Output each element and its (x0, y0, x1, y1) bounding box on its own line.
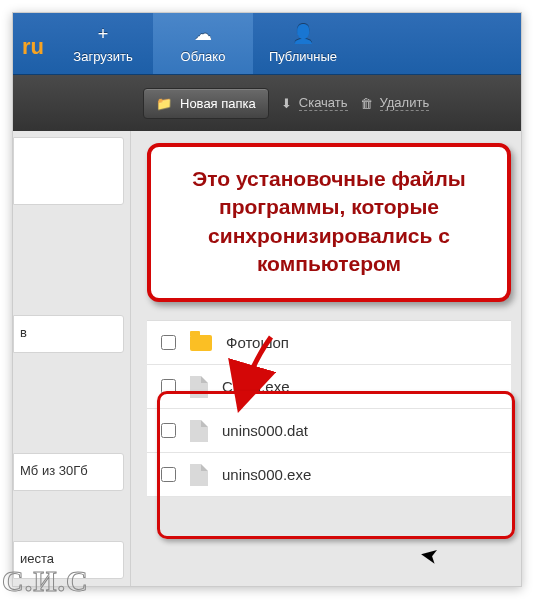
download-icon: ⬇ (281, 96, 292, 111)
nav-upload-label: Загрузить (73, 49, 132, 64)
row-checkbox[interactable] (161, 335, 176, 350)
sidebar: в Мб из 30Гб иеста (13, 131, 131, 586)
file-name: Cloud.exe (222, 378, 290, 395)
file-icon (190, 420, 208, 442)
download-button[interactable]: ⬇ Скачать (281, 95, 348, 111)
logo-fragment: ru (13, 13, 53, 74)
new-folder-button[interactable]: 📁 Новая папка (143, 88, 269, 119)
person-icon: 👤 (292, 23, 314, 45)
list-item-file[interactable]: Cloud.exe (147, 365, 511, 409)
folder-icon: 📁 (156, 96, 172, 111)
content-area: Это установочные файлы программы, которы… (131, 131, 521, 586)
nav-cloud-label: Облако (181, 49, 226, 64)
folder-icon (190, 335, 212, 351)
nav-cloud[interactable]: ☁ Облако (153, 13, 253, 74)
sidebar-storage: Мб из 30Гб (13, 453, 124, 491)
watermark: С.И.С (2, 564, 89, 598)
nav-public-label: Публичные (269, 49, 337, 64)
delete-button[interactable]: 🗑 Удалить (360, 95, 430, 111)
file-list: Фотошоп Cloud.exe unins000.dat unins000.… (147, 320, 511, 497)
download-label: Скачать (299, 95, 348, 111)
row-checkbox[interactable] (161, 467, 176, 482)
delete-label: Удалить (380, 95, 430, 111)
sidebar-block (13, 137, 124, 205)
top-nav: ru + Загрузить ☁ Облако 👤 Публичные (13, 13, 521, 75)
nav-upload[interactable]: + Загрузить (53, 13, 153, 74)
nav-public[interactable]: 👤 Публичные (253, 13, 353, 74)
plus-icon: + (98, 24, 109, 45)
file-name: unins000.exe (222, 466, 311, 483)
folder-name: Фотошоп (226, 334, 289, 351)
list-item-file[interactable]: unins000.dat (147, 409, 511, 453)
list-item-file[interactable]: unins000.exe (147, 453, 511, 497)
cloud-icon: ☁ (194, 23, 212, 45)
file-name: unins000.dat (222, 422, 308, 439)
sidebar-block: в (13, 315, 124, 353)
trash-icon: 🗑 (360, 96, 373, 111)
row-checkbox[interactable] (161, 423, 176, 438)
action-toolbar: 📁 Новая папка ⬇ Скачать 🗑 Удалить (13, 75, 521, 131)
body-area: в Мб из 30Гб иеста Это установочные файл… (13, 131, 521, 586)
file-icon (190, 376, 208, 398)
list-item-folder[interactable]: Фотошоп (147, 321, 511, 365)
new-folder-label: Новая папка (180, 96, 256, 111)
file-icon (190, 464, 208, 486)
row-checkbox[interactable] (161, 379, 176, 394)
annotation-callout: Это установочные файлы программы, которы… (147, 143, 511, 302)
